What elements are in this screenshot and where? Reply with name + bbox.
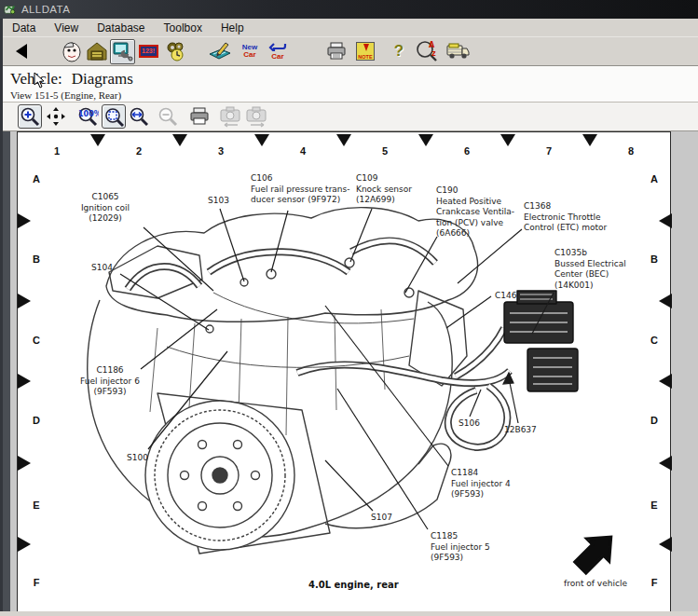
gears-clock-icon — [165, 40, 187, 62]
label-line: S104 — [91, 263, 113, 274]
label-c1185: C1185Fuel injector 5(9F593) — [431, 531, 490, 564]
label-line: (12A699) — [356, 195, 412, 206]
label-line: (9F593) — [59, 387, 161, 398]
print-view-button[interactable] — [187, 104, 212, 129]
diagram-page[interactable]: 1 2 3 4 5 6 7 8 A B C D E F A B C D E F … — [17, 131, 671, 611]
label-line: C146 — [495, 291, 516, 302]
label-line: (12029) — [59, 213, 152, 225]
diagrams-button[interactable] — [110, 39, 135, 64]
label-line: Fuel injector 4 — [451, 479, 511, 490]
label-line: (6A666) — [436, 228, 514, 240]
label-line: C190 — [436, 185, 514, 197]
zoom-out-button[interactable] — [156, 104, 180, 129]
note-button[interactable]: NOTE — [354, 39, 376, 63]
previous-car-button[interactable]: Car — [267, 39, 289, 63]
grid-column-6: 6 — [460, 145, 473, 157]
label-c1035b: C1035bBussed ElectricalCenter (BEC)(14K0… — [554, 248, 626, 291]
label-s100: S100 — [127, 453, 148, 464]
front-of-vehicle-label: front of vehicle — [549, 579, 642, 588]
grid-column-3: 3 — [214, 145, 227, 157]
label-line: S106 — [458, 418, 480, 430]
label-c1368: C1368Electronic ThrottleControl (ETC) mo… — [524, 201, 607, 234]
diagram-viewport: 1 2 3 4 5 6 7 8 A B C D E F A B C D E F … — [3, 131, 698, 611]
garage-button[interactable] — [86, 39, 108, 63]
view-subtitle: View 151-5 (Engine, Rear) — [10, 89, 698, 101]
label-s107: S107 — [371, 513, 392, 524]
label-c1184: C1184Fuel injector 4(9F593) — [451, 468, 511, 500]
menu-database[interactable]: Database — [88, 20, 154, 36]
label-c109: C109Knock sensor(12A699) — [356, 173, 412, 206]
grid-row-a-right: A — [648, 173, 661, 185]
label-line: C1065 — [59, 192, 152, 203]
mechanic-button[interactable] — [61, 39, 83, 63]
grid-column-2: 2 — [132, 145, 145, 157]
garage-icon — [86, 41, 108, 62]
label-line: Knock sensor — [356, 185, 412, 196]
maintenance-button[interactable] — [165, 39, 187, 63]
label-line: C109 — [356, 173, 412, 185]
label-line: Center (BEC) — [554, 269, 626, 281]
printer-small-icon — [189, 107, 210, 126]
zoom-width-button[interactable] — [126, 104, 150, 129]
label-c1065: C1065Ignition coil(12029) — [59, 192, 152, 225]
previous-view-button[interactable] — [219, 104, 243, 129]
grid-row-d-right: D — [648, 415, 661, 426]
label-line: C1035b — [554, 248, 626, 259]
zoom-in-button[interactable] — [18, 104, 42, 129]
search-az-icon: A z — [416, 40, 440, 62]
menu-view[interactable]: View — [45, 20, 88, 36]
label-12b637: 12B637 — [504, 425, 537, 436]
grid-column-4: 4 — [296, 145, 309, 157]
next-view-button[interactable] — [245, 104, 269, 129]
notes-button[interactable] — [209, 39, 231, 63]
label-s103: S103 — [208, 196, 229, 207]
label-line: S103 — [208, 196, 229, 207]
label-line: Fuel rail pressure trans- — [251, 185, 349, 196]
label-s106: S106 — [458, 418, 480, 430]
label-line: (14K001) — [554, 281, 626, 292]
menu-toolbox[interactable]: Toolbox — [155, 20, 212, 36]
print-button[interactable] — [325, 39, 348, 63]
pan-icon — [46, 106, 66, 127]
grid-row-a-left: A — [30, 173, 43, 185]
tsb-123-icon: 123! — [139, 45, 158, 58]
main-toolbar: 123! New Car — [3, 37, 698, 66]
label-c146: C146 — [495, 291, 516, 302]
zoom-100-button[interactable]: 100% — [75, 104, 100, 129]
label-line: Fuel injector 6 — [59, 376, 161, 388]
back-arrow-icon — [16, 44, 27, 59]
label-s104: S104 — [91, 263, 113, 274]
label-line: S107 — [371, 513, 392, 524]
svg-text:100%: 100% — [78, 110, 99, 118]
mail-truck-icon — [445, 41, 471, 62]
mechanic-icon — [62, 40, 82, 62]
zoom-width-icon — [128, 106, 148, 127]
grid-column-8: 8 — [624, 145, 637, 157]
view-header: Vehicle:Diagrams View 151-5 (Engine, Rea… — [3, 66, 698, 102]
label-line: tion (PCV) valve — [436, 218, 514, 229]
label-line: Ignition coil — [59, 203, 152, 214]
tsb-button[interactable]: 123! — [137, 39, 159, 63]
grid-column-1: 1 — [50, 145, 63, 157]
zoom-in-icon — [20, 106, 40, 127]
mail-truck-button[interactable] — [446, 39, 469, 63]
zoom-100-icon: 100% — [76, 106, 99, 127]
mouse-cursor-icon — [34, 72, 45, 89]
label-line: Fuel injector 5 — [431, 542, 490, 554]
pan-button[interactable] — [44, 104, 68, 129]
alldata-logo-icon — [4, 3, 17, 16]
menu-data[interactable]: Data — [3, 20, 45, 36]
label-line: Heated Positive — [436, 197, 514, 208]
label-line: C1368 — [524, 201, 607, 212]
label-line: (9F593) — [451, 489, 511, 500]
new-car-button[interactable]: New Car — [239, 39, 261, 63]
help-button[interactable]: ? — [388, 39, 410, 63]
grid-row-b-left: B — [30, 253, 43, 265]
back-button[interactable] — [10, 39, 33, 63]
zoom-fit-button[interactable] — [102, 104, 126, 129]
zoom-out-icon — [157, 106, 178, 127]
grid-row-f-left: F — [30, 577, 43, 588]
search-az-button[interactable]: A z — [417, 39, 439, 63]
menu-help[interactable]: Help — [212, 20, 253, 36]
car-back-arrow-icon — [268, 43, 287, 51]
